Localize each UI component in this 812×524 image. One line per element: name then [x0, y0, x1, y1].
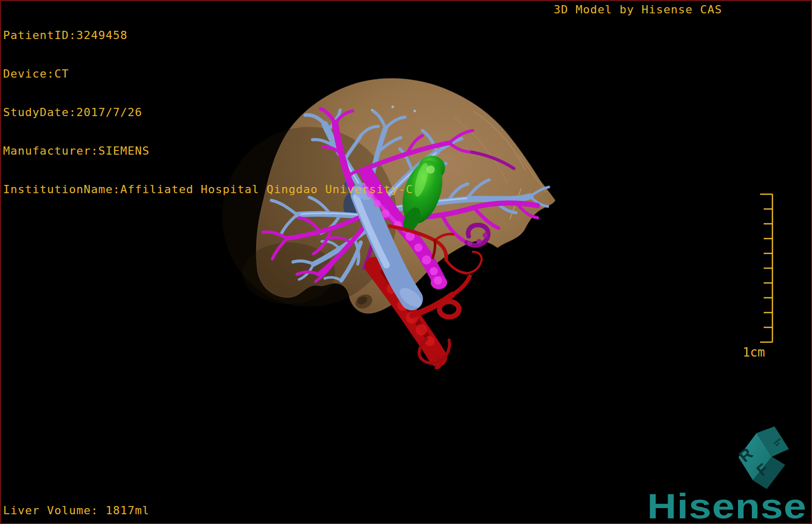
patient-id-line: PatientID:3249458	[3, 29, 413, 42]
manufacturer-line: Manufacturer:SIEMENS	[3, 144, 413, 157]
device-line: Device:CT	[3, 67, 413, 80]
viewer-window: 1cm R F PatientID:3249458 Device:CT Stud…	[0, 0, 812, 524]
scale-bar-label: 1cm	[743, 345, 765, 360]
scale-bar-ticks	[760, 194, 772, 342]
study-date-line: StudyDate:2017/7/26	[3, 106, 413, 119]
liver-volume-readout: Liver Volume: 1817ml	[3, 504, 150, 517]
hisense-wordmark: Hisense	[647, 489, 807, 523]
hisense-cube-logo: R F	[735, 426, 789, 489]
scale-bar: 1cm	[743, 194, 772, 360]
watermark-text: 3D Model by Hisense CAS	[553, 3, 722, 16]
patient-info-block: PatientID:3249458 Device:CT StudyDate:20…	[3, 3, 413, 221]
institution-line: InstitutionName:Affiliated Hospital Qing…	[3, 183, 413, 196]
